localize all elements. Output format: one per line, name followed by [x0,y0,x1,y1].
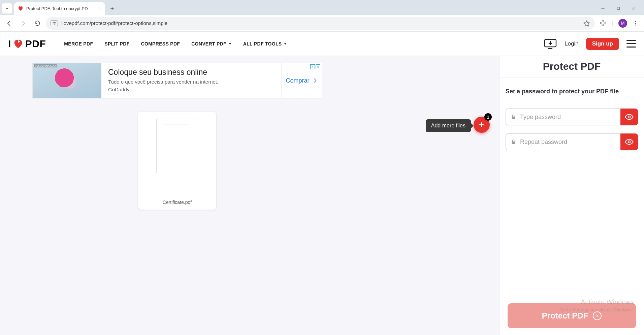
minimize-button[interactable] [600,5,606,12]
nav-link-label: CONVERT PDF [191,41,226,47]
main-area: PULGUIRINA.COM Coloque seu business onli… [0,56,499,335]
extensions-icon[interactable] [600,20,606,27]
arrow-right-icon [20,20,27,27]
file-card[interactable]: Certificate.pdf [138,112,216,210]
logo[interactable]: I PDF [8,38,46,50]
signup-label: Sign up [592,40,613,47]
ad-title: Coloque seu business online [108,68,275,77]
svg-rect-27 [512,142,515,144]
nav-convert[interactable]: CONVERT PDF [191,41,232,47]
chevron-down-icon [5,6,9,10]
tab-strip: Protect PDF. Tool to encrypt PD [0,0,644,15]
site-header: I PDF MERGE PDF SPLIT PDF COMPRESS PDF C… [0,32,644,56]
ad-text: Coloque seu business online Tudo o que v… [101,63,281,98]
lock-icon [511,114,516,120]
svg-point-28 [628,141,631,143]
browser-chrome: Protect PDF. Tool to encrypt PD [0,0,644,32]
panel-header: Protect PDF [500,56,644,78]
file-count-badge: 1 [484,113,492,121]
url-text: ilovepdf.com/protect-pdf#protect-options… [61,20,167,26]
file-thumbnail [156,119,198,173]
logo-text-suffix: PDF [25,38,46,50]
star-icon[interactable] [583,20,590,27]
logo-text-prefix: I [8,38,11,50]
repeat-password-input[interactable] [520,139,616,146]
back-button[interactable] [3,18,15,29]
options-panel: Protect PDF Set a password to protect yo… [499,56,644,335]
tab-close-button[interactable] [96,6,102,11]
nav-all-tools[interactable]: ALL PDF TOOLS [243,41,287,47]
reload-button[interactable] [32,18,43,29]
nav-link-label: COMPRESS PDF [141,41,180,47]
tab-title: Protect PDF. Tool to encrypt PD [26,6,88,11]
svg-point-14 [635,23,636,23]
page: I PDF MERGE PDF SPLIT PDF COMPRESS PDF C… [0,32,644,335]
add-more-tooltip: Add more files [426,119,471,132]
protect-button[interactable]: Protect PDF [508,303,636,328]
address-bar: ilovepdf.com/protect-pdf#protect-options… [0,15,644,32]
add-more-wrapper: Add more files + 1 [474,117,490,133]
toggle-repeat-visibility[interactable] [620,133,638,150]
ad-info-icon[interactable] [310,64,315,69]
kebab-menu-icon[interactable] [633,20,639,26]
reload-icon [34,20,40,26]
svg-point-26 [628,116,631,118]
svg-rect-25 [512,117,515,119]
site-settings-button[interactable] [51,20,58,26]
panel-title: Protect PDF [500,61,644,72]
plus-icon [109,6,115,11]
nav-link-label: SPLIT PDF [104,41,129,47]
toggle-password-visibility[interactable] [620,109,638,125]
profile-avatar[interactable]: M [618,19,627,28]
nav-split[interactable]: SPLIT PDF [104,41,129,47]
ad-watermark: PULGUIRINA.COM [34,64,57,67]
main-navigation: MERGE PDF SPLIT PDF COMPRESS PDF CONVERT… [64,41,287,47]
forward-button[interactable] [18,18,29,29]
arrow-left-icon [6,20,12,27]
chevron-right-icon [312,78,318,83]
password-input[interactable] [520,114,616,121]
ad-close-icon[interactable] [316,64,320,69]
tab-search-button[interactable] [2,3,12,13]
menu-button[interactable] [626,40,636,48]
repeat-password-input-wrapper [506,133,620,150]
svg-marker-12 [584,21,590,26]
svg-marker-16 [229,43,231,44]
minimize-icon [601,6,605,11]
url-field[interactable]: ilovepdf.com/protect-pdf#protect-options… [46,17,595,30]
close-window-button[interactable] [631,5,637,12]
caret-down-icon [228,42,232,45]
svg-point-11 [55,24,55,24]
file-name: Certificate.pdf [163,200,192,205]
heart-icon [12,38,24,50]
desktop-download-icon[interactable] [544,38,557,49]
close-icon [632,6,636,11]
nav-link-label: MERGE PDF [64,41,93,47]
svg-point-15 [635,25,636,25]
nav-merge[interactable]: MERGE PDF [64,41,93,47]
ad-badges [310,64,320,69]
login-link[interactable]: Login [565,40,579,47]
password-input-wrapper [506,109,620,125]
nav-compress[interactable]: COMPRESS PDF [141,41,180,47]
add-files-button[interactable]: + 1 [474,117,490,133]
svg-point-10 [53,22,54,23]
advertisement[interactable]: PULGUIRINA.COM Coloque seu business onli… [32,63,322,98]
protect-button-label: Protect PDF [542,311,588,321]
avatar-initial: M [621,21,625,26]
password-row [506,109,638,125]
ad-brand: GoDaddy [108,87,275,92]
svg-point-13 [635,21,636,22]
close-icon [97,6,101,10]
svg-point-21 [312,66,313,66]
ad-cta-label: Comprar [286,77,309,84]
new-tab-button[interactable] [107,3,117,13]
maximize-button[interactable] [615,5,622,12]
signup-button[interactable]: Sign up [586,38,619,50]
panel-body: Set a password to protect your PDF file [500,78,644,303]
action-area: Activate Windows Go to Settings to activ… [500,303,644,328]
browser-tab[interactable]: Protect PDF. Tool to encrypt PD [14,2,105,15]
header-actions: Login Sign up [544,38,636,50]
ad-image: PULGUIRINA.COM [33,63,101,98]
eye-icon [625,139,634,145]
